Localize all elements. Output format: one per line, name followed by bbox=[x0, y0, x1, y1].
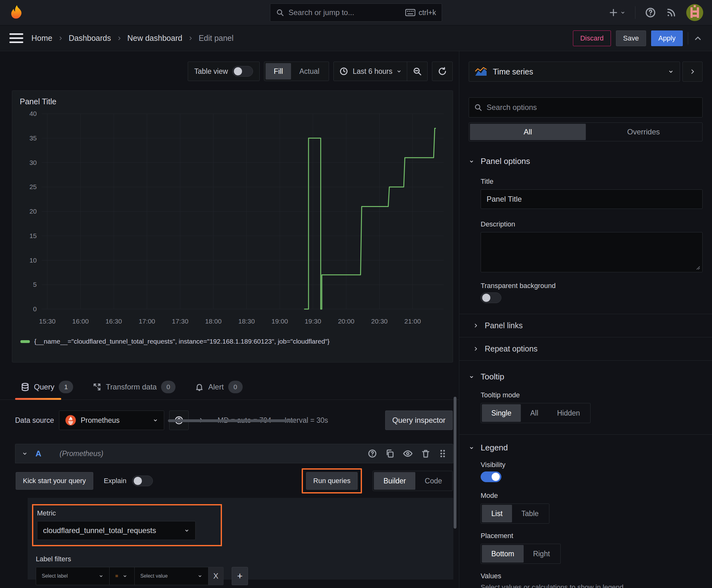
help-icon[interactable] bbox=[645, 7, 656, 18]
repeat-options-section[interactable]: Repeat options bbox=[469, 337, 703, 360]
transparent-background-toggle[interactable] bbox=[481, 292, 501, 303]
tooltip-all-option[interactable]: All bbox=[521, 404, 548, 422]
database-icon bbox=[21, 383, 29, 391]
tooltip-section[interactable]: Tooltip bbox=[469, 372, 703, 382]
legend-visibility-toggle[interactable] bbox=[481, 471, 501, 482]
add-filter-button[interactable]: + bbox=[232, 567, 248, 585]
svg-text:0: 0 bbox=[33, 305, 37, 313]
repeat-options-heading: Repeat options bbox=[485, 344, 537, 353]
tab-query-label: Query bbox=[34, 383, 54, 391]
legend-series-label[interactable]: {__name__="cloudflared_tunnel_total_requ… bbox=[34, 338, 330, 345]
panel-options-sidebar: Time series Search options All Overrides… bbox=[459, 51, 712, 588]
vertical-scrollbar[interactable] bbox=[454, 397, 456, 529]
kick-start-query-button[interactable]: Kick start your query bbox=[16, 472, 93, 490]
svg-text:16:30: 16:30 bbox=[106, 318, 122, 325]
apply-button[interactable]: Apply bbox=[651, 30, 683, 46]
query-toolbar-row: Kick start your query Explain Run querie… bbox=[16, 468, 453, 493]
breadcrumb-dashboards[interactable]: Dashboards bbox=[69, 34, 111, 43]
tab-all[interactable]: All bbox=[470, 124, 586, 140]
placement-bottom-option[interactable]: Bottom bbox=[482, 545, 524, 563]
rss-icon[interactable] bbox=[666, 7, 677, 18]
svg-text:18:30: 18:30 bbox=[238, 318, 255, 325]
zoom-out-icon[interactable] bbox=[407, 62, 427, 81]
select-value-dropdown[interactable]: Select value bbox=[135, 567, 209, 585]
toggle-options-pane-button[interactable] bbox=[683, 62, 703, 82]
run-queries-button[interactable]: Run queries bbox=[306, 472, 358, 490]
svg-text:21:00: 21:00 bbox=[404, 318, 421, 325]
code-option[interactable]: Code bbox=[415, 472, 451, 490]
duplicate-query-icon[interactable] bbox=[385, 449, 395, 458]
metric-select[interactable]: cloudflared_tunnel_total_requests bbox=[37, 521, 196, 540]
legend-list-option[interactable]: List bbox=[482, 505, 512, 522]
avatar[interactable] bbox=[686, 4, 703, 21]
operator-dropdown[interactable]: = bbox=[110, 567, 135, 585]
options-search-input[interactable]: Search options bbox=[469, 97, 703, 118]
refresh-button[interactable] bbox=[432, 62, 453, 81]
svg-text:15: 15 bbox=[29, 232, 37, 239]
remove-filter-button[interactable]: X bbox=[209, 567, 223, 585]
tooltip-hidden-option[interactable]: Hidden bbox=[548, 404, 589, 422]
delete-query-icon[interactable] bbox=[421, 449, 430, 458]
table-view-control: Table view bbox=[188, 62, 260, 81]
discard-button[interactable]: Discard bbox=[573, 30, 611, 46]
builder-option[interactable]: Builder bbox=[374, 472, 415, 490]
breadcrumb-new-dashboard[interactable]: New dashboard bbox=[127, 34, 182, 43]
save-button[interactable]: Save bbox=[616, 30, 646, 46]
panel-links-section[interactable]: Panel links bbox=[469, 314, 703, 337]
query-inspector-button[interactable]: Query inspector bbox=[385, 411, 453, 430]
title-label: Title bbox=[481, 177, 703, 186]
panel-options-section[interactable]: Panel options bbox=[469, 156, 703, 166]
tab-overrides[interactable]: Overrides bbox=[586, 124, 702, 140]
svg-text:17:30: 17:30 bbox=[172, 318, 189, 325]
explain-toggle[interactable] bbox=[132, 476, 153, 486]
tab-alert[interactable]: Alert 0 bbox=[189, 376, 248, 400]
legend-section[interactable]: Legend bbox=[469, 443, 703, 453]
actual-option[interactable]: Actual bbox=[291, 63, 327, 80]
query-ref-datasource: (Prometheus) bbox=[60, 449, 103, 458]
datasource-value: Prometheus bbox=[81, 416, 148, 425]
query-count-badge: 1 bbox=[59, 381, 73, 393]
placement-right-option[interactable]: Right bbox=[524, 545, 559, 563]
table-view-toggle[interactable] bbox=[232, 66, 253, 77]
legend-placement-switch: Bottom Right bbox=[481, 544, 561, 564]
query-section-tabs: Query 1 Transform data 0 Alert 0 bbox=[0, 376, 459, 400]
chevron-down-icon bbox=[469, 374, 474, 380]
fill-option[interactable]: Fill bbox=[265, 63, 291, 80]
time-series-viz-icon bbox=[475, 67, 487, 76]
query-editor-card: A (Prometheus) Kick start your query Exp… bbox=[15, 444, 453, 580]
add-new-button[interactable] bbox=[609, 8, 626, 17]
tooltip-single-option[interactable]: Single bbox=[482, 404, 521, 422]
panel-title-input[interactable] bbox=[481, 189, 703, 209]
description-textarea[interactable] bbox=[481, 232, 703, 272]
breadcrumb-home[interactable]: Home bbox=[31, 34, 52, 43]
grafana-logo[interactable] bbox=[9, 4, 25, 21]
table-view-label: Table view bbox=[194, 67, 228, 76]
time-range-label[interactable]: Last 6 hours bbox=[350, 67, 395, 76]
query-header-row[interactable]: A (Prometheus) bbox=[15, 444, 453, 463]
query-help-icon[interactable] bbox=[368, 449, 377, 458]
chevron-down-icon bbox=[668, 68, 674, 75]
svg-text:16:00: 16:00 bbox=[72, 318, 89, 325]
chevron-up-icon bbox=[693, 34, 703, 43]
select-label-dropdown[interactable]: Select label bbox=[36, 567, 110, 585]
chart-legend: {__name__="cloudflared_tunnel_total_requ… bbox=[20, 338, 453, 345]
time-series-chart[interactable]: 15:3016:0016:3017:0017:3018:0018:3019:00… bbox=[17, 108, 447, 336]
datasource-select[interactable]: Prometheus bbox=[59, 411, 164, 430]
tooltip-heading: Tooltip bbox=[481, 372, 504, 382]
drag-handle-icon[interactable] bbox=[438, 449, 447, 458]
collapse-header-button[interactable] bbox=[693, 34, 703, 43]
visualization-select[interactable]: Time series bbox=[469, 62, 680, 82]
edit-panel-main: Table view Fill Actual Last 6 hours bbox=[0, 51, 459, 588]
menu-icon[interactable] bbox=[9, 33, 23, 43]
resize-handle-icon[interactable] bbox=[695, 265, 700, 270]
toggle-visibility-icon[interactable] bbox=[403, 448, 413, 459]
chevron-down-icon bbox=[469, 445, 474, 451]
options-search-placeholder: Search options bbox=[487, 103, 537, 112]
global-search-input[interactable]: Search or jump to... ctrl+k bbox=[270, 3, 442, 22]
legend-table-option[interactable]: Table bbox=[512, 505, 548, 522]
tab-transform-data[interactable]: Transform data 0 bbox=[87, 376, 181, 400]
tab-query[interactable]: Query 1 bbox=[15, 376, 79, 400]
horizontal-scrollbar[interactable] bbox=[168, 419, 295, 422]
svg-text:35: 35 bbox=[29, 134, 37, 142]
svg-text:40: 40 bbox=[29, 110, 37, 117]
